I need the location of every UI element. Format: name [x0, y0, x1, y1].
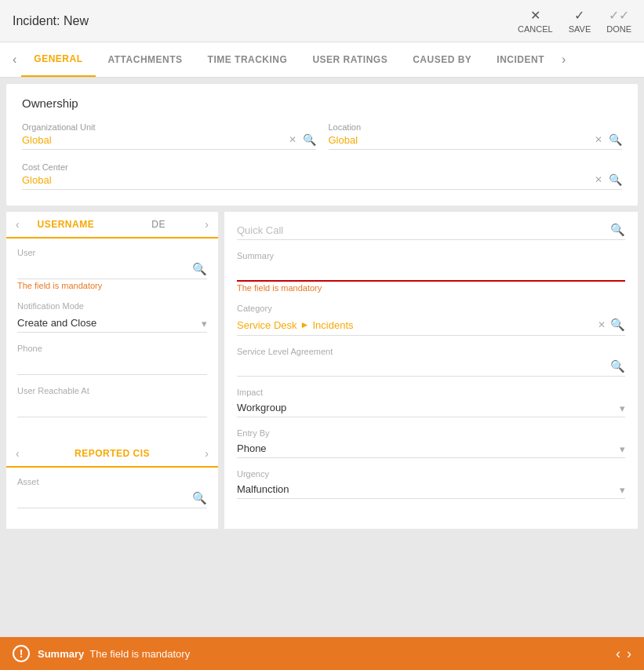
main-content: Ownership Organizational Unit Global ✕ 🔍…: [0, 78, 644, 535]
reported-cis-label[interactable]: REPORTED CIS: [20, 448, 206, 459]
cost-center-value[interactable]: Global ✕ 🔍: [22, 173, 622, 190]
notification-select[interactable]: Create and Close Create Only Close Only …: [17, 314, 207, 333]
cost-center-icons: ✕ 🔍: [595, 173, 622, 186]
quick-call-input[interactable]: [237, 221, 625, 240]
urgency-select-wrapper: Malfunction Low Medium High ▾: [237, 480, 625, 499]
entry-by-select[interactable]: Phone Email Self Service Walk-In: [237, 439, 625, 458]
left-panel-next[interactable]: ›: [205, 218, 209, 231]
error-field-name: Summary: [38, 648, 84, 660]
cancel-icon: ✕: [530, 8, 540, 23]
org-unit-icons: ✕ 🔍: [289, 133, 316, 146]
two-panel: ‹ USERNAME DE › User 🔍 The field is mand…: [6, 212, 638, 529]
tab-incident[interactable]: INCIDENT: [484, 43, 557, 76]
sla-input[interactable]: [237, 358, 625, 377]
user-search-icon[interactable]: 🔍: [192, 262, 207, 276]
right-panel-fields: 🔍 Summary The field is mandatory Categor…: [224, 212, 638, 519]
location-icons: ✕ 🔍: [595, 133, 622, 146]
left-panel-tab-username[interactable]: USERNAME: [20, 219, 112, 230]
cost-center-clear-icon[interactable]: ✕: [595, 174, 602, 185]
tab-user-ratings[interactable]: USER RATINGS: [300, 43, 400, 76]
error-icon: !: [13, 645, 30, 662]
asset-label: Asset: [17, 477, 207, 486]
summary-field: Summary The field is mandatory: [237, 251, 625, 293]
category-label: Category: [237, 304, 625, 313]
error-bar: ! Summary The field is mandatory ‹ ›: [0, 637, 644, 670]
done-icon: ✓✓: [609, 8, 629, 23]
asset-search-icon[interactable]: 🔍: [192, 491, 207, 505]
tabs-left-nav[interactable]: ‹: [8, 53, 21, 67]
impact-select[interactable]: Workgroup Department Company: [237, 399, 625, 417]
category-arrow-icon: ►: [300, 319, 310, 330]
user-reachable-field: User Reachable At: [17, 386, 207, 417]
org-unit-field: Organizational Unit Global ✕ 🔍: [22, 122, 316, 150]
notification-label: Notification Mode: [17, 301, 207, 311]
tabs-right-nav[interactable]: ›: [557, 53, 570, 67]
impact-select-wrapper: Workgroup Department Company ▾: [237, 399, 625, 417]
category-value[interactable]: Service Desk ► Incidents ✕ 🔍: [237, 315, 625, 336]
tab-time-tracking[interactable]: TIME TRACKING: [195, 43, 300, 76]
header-actions: ✕ CANCEL ✓ SAVE ✓✓ DONE: [518, 8, 631, 34]
save-button[interactable]: ✓ SAVE: [569, 8, 591, 34]
phone-input[interactable]: [17, 356, 207, 375]
category-text1: Service Desk: [237, 319, 297, 331]
user-label: User: [17, 248, 207, 257]
tab-attachments[interactable]: ATTACHMENTS: [96, 43, 195, 76]
reported-cis-header: ‹ REPORTED CIS ›: [6, 441, 218, 468]
category-search-icon[interactable]: 🔍: [610, 318, 625, 332]
location-clear-icon[interactable]: ✕: [595, 134, 602, 145]
sla-search-icon[interactable]: 🔍: [610, 359, 625, 373]
tab-caused-by[interactable]: CAUSED BY: [400, 43, 484, 76]
cancel-button[interactable]: ✕ CANCEL: [518, 8, 553, 34]
save-icon: ✓: [574, 8, 584, 23]
ownership-card: Ownership Organizational Unit Global ✕ 🔍…: [6, 84, 638, 206]
urgency-label: Urgency: [237, 469, 625, 479]
user-field: User 🔍 The field is mandatory: [17, 248, 207, 290]
user-mandatory-msg: The field is mandatory: [17, 281, 207, 290]
summary-input[interactable]: [237, 262, 625, 282]
tab-bar: ‹ GENERAL ATTACHMENTS TIME TRACKING USER…: [0, 42, 644, 78]
reported-cis-fields: Asset 🔍: [6, 468, 218, 529]
left-panel: ‹ USERNAME DE › User 🔍 The field is mand…: [6, 212, 218, 529]
category-clear-icon[interactable]: ✕: [598, 319, 606, 330]
header: Incident: New ✕ CANCEL ✓ SAVE ✓✓ DONE: [0, 0, 644, 42]
location-label: Location: [329, 122, 623, 132]
org-unit-clear-icon[interactable]: ✕: [289, 134, 297, 145]
done-button[interactable]: ✓✓ DONE: [606, 8, 631, 34]
asset-input[interactable]: [17, 490, 207, 508]
user-reachable-input[interactable]: [17, 399, 207, 417]
category-field: Category Service Desk ► Incidents ✕ 🔍: [237, 304, 625, 336]
phone-label: Phone: [17, 344, 207, 353]
reported-cis-next[interactable]: ›: [205, 447, 209, 460]
summary-label: Summary: [237, 251, 625, 260]
cost-center-search-icon[interactable]: 🔍: [609, 173, 622, 186]
error-prev-button[interactable]: ‹: [616, 646, 620, 662]
ownership-fields-top: Organizational Unit Global ✕ 🔍 Location …: [22, 122, 622, 153]
category-icons: ✕ 🔍: [598, 318, 625, 332]
left-panel-fields: User 🔍 The field is mandatory Notificati…: [6, 239, 218, 438]
page-title: Incident: New: [13, 14, 89, 28]
user-input[interactable]: [17, 260, 207, 279]
user-reachable-label: User Reachable At: [17, 386, 207, 395]
org-unit-label: Organizational Unit: [22, 122, 316, 132]
urgency-select[interactable]: Malfunction Low Medium High: [237, 480, 625, 499]
error-next-button[interactable]: ›: [627, 646, 631, 662]
left-panel-tab-de[interactable]: DE: [112, 219, 205, 230]
summary-mandatory-msg: The field is mandatory: [237, 283, 625, 293]
sla-label: Service Level Agreement: [237, 347, 625, 356]
urgency-field: Urgency Malfunction Low Medium High ▾: [237, 469, 625, 499]
asset-field: Asset 🔍: [17, 477, 207, 508]
error-nav: ‹ ›: [616, 646, 631, 662]
location-value[interactable]: Global ✕ 🔍: [329, 133, 623, 150]
quick-call-field: 🔍: [237, 221, 625, 240]
org-unit-search-icon[interactable]: 🔍: [303, 133, 316, 146]
location-search-icon[interactable]: 🔍: [609, 133, 622, 146]
error-text: Summary The field is mandatory: [38, 648, 608, 660]
ownership-title: Ownership: [22, 96, 622, 110]
org-unit-value[interactable]: Global ✕ 🔍: [22, 133, 316, 150]
quick-call-search-icon[interactable]: 🔍: [610, 223, 625, 237]
tab-general[interactable]: GENERAL: [21, 42, 95, 77]
impact-field: Impact Workgroup Department Company ▾: [237, 388, 625, 417]
category-text2: Incidents: [312, 319, 353, 331]
entry-by-select-wrapper: Phone Email Self Service Walk-In ▾: [237, 439, 625, 458]
notification-field: Notification Mode Create and Close Creat…: [17, 301, 207, 333]
